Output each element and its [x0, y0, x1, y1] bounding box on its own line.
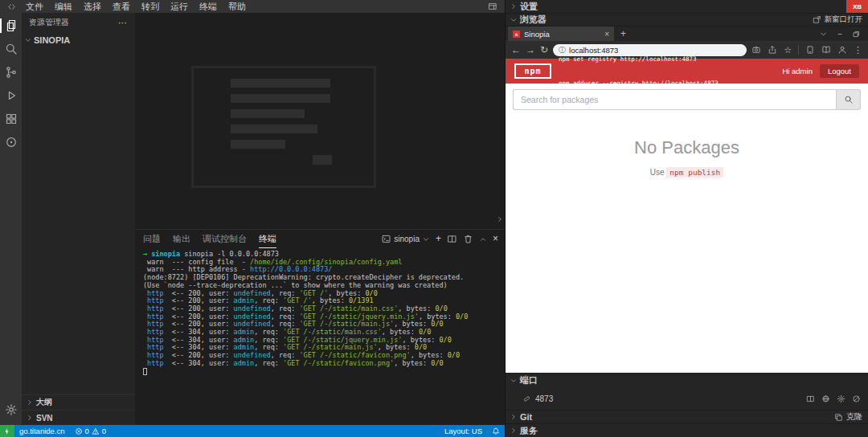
menu-item-file[interactable]: 文件	[20, 0, 49, 13]
open-new-window-button[interactable]: 新窗口打开	[813, 14, 868, 25]
more-menu-icon[interactable]: ⋮	[854, 45, 862, 55]
restore-window-icon[interactable]	[852, 30, 861, 39]
port-link-icon	[522, 394, 531, 403]
clone-icon	[834, 413, 843, 422]
ports-section-header[interactable]: 端口	[506, 373, 868, 387]
port-actions	[806, 394, 861, 403]
screenshot-icon[interactable]	[751, 45, 761, 55]
kill-terminal-icon[interactable]	[463, 234, 473, 244]
app-logo-icon	[6, 2, 18, 11]
problems-indicator[interactable]: 0 0	[70, 425, 112, 437]
browser-section-header[interactable]: 浏览器 新窗口打开	[506, 13, 868, 26]
run-debug-icon	[5, 89, 18, 102]
activity-item-settings[interactable]	[3, 402, 19, 417]
menu-item-view[interactable]: 查看	[107, 0, 136, 13]
browser-page: Search for packages No Packages Use npm …	[506, 84, 868, 373]
port-row[interactable]: 4873	[506, 387, 868, 410]
keyboard-layout-indicator[interactable]: Layout: US	[440, 425, 487, 437]
menu-item-selection[interactable]: 选择	[78, 0, 107, 13]
chevron-right-icon	[26, 398, 34, 406]
ide-left-region: 文件 编辑 选择 查看 转到 运行 终端 帮助	[0, 0, 505, 437]
open-new-window-icon	[813, 15, 821, 24]
refresh-button[interactable]: ↻	[540, 45, 548, 55]
empty-state-title: No Packages	[506, 137, 868, 158]
clone-button[interactable]: 克隆	[834, 411, 868, 423]
panel-tab-output[interactable]: 输出	[173, 230, 190, 248]
profile-icon[interactable]	[837, 45, 847, 55]
remote-host[interactable]: go.titanide.cn	[14, 425, 70, 437]
npm-banner: npm npm set registry http://localhost:48…	[506, 59, 868, 84]
more-actions-icon[interactable]: ⋯	[118, 18, 127, 28]
activity-item-source-control[interactable]	[3, 65, 19, 80]
git-section-header[interactable]: Git 克隆	[506, 410, 868, 423]
activity-item-explorer[interactable]	[3, 18, 19, 33]
menu-item-edit[interactable]: 编辑	[49, 0, 78, 13]
stop-forwarding-icon[interactable]	[852, 394, 861, 403]
menu-item-terminal[interactable]: 终端	[194, 0, 223, 13]
chevron-right-icon	[510, 2, 518, 10]
account-avatar[interactable]: XB	[846, 0, 868, 13]
editor-watermark	[191, 66, 376, 188]
activity-bar	[0, 13, 22, 425]
panel-tab-terminal[interactable]: 终端	[259, 230, 276, 248]
settings-section-header[interactable]: 设置 XB	[506, 0, 868, 13]
reading-list-icon[interactable]	[821, 45, 831, 55]
services-section-header[interactable]: 服务	[506, 423, 868, 437]
workbench: 资源管理器 ⋯ SINOPIA 大纲 SVN	[0, 13, 505, 425]
forward-button[interactable]: →	[526, 45, 535, 55]
panel-expand-icon[interactable]	[496, 215, 504, 223]
tree-item-sinopia[interactable]: SINOPIA	[22, 32, 135, 48]
new-terminal-button[interactable]: +	[436, 234, 441, 244]
tab-list-chevron-icon[interactable]	[819, 30, 828, 39]
activity-item-remote-explorer[interactable]	[3, 135, 19, 149]
share-icon[interactable]	[768, 45, 777, 55]
preview-in-editor-icon[interactable]	[806, 394, 815, 403]
notifications-bell[interactable]	[487, 425, 505, 437]
chevron-right-icon	[26, 414, 34, 422]
chevron-down-icon	[24, 36, 32, 44]
panel-tab-problems[interactable]: 问题	[143, 230, 161, 248]
chevron-down-icon	[510, 16, 518, 24]
terminal-profile-select[interactable]: sinopia	[381, 234, 430, 244]
menu-item-help[interactable]: 帮助	[223, 0, 252, 13]
open-in-browser-icon[interactable]	[821, 394, 830, 403]
circle-icon	[5, 136, 18, 149]
svn-section-header[interactable]: SVN	[22, 410, 135, 425]
status-bar: go.titanide.cn 0 0 Layout: US	[0, 425, 505, 437]
remote-indicator-icon[interactable]	[0, 425, 14, 437]
search-button[interactable]	[836, 89, 861, 110]
tab-close-icon[interactable]: ×	[604, 30, 609, 39]
terminal-output[interactable]: → sinopia sinopia -l 0.0.0.0:4873 warn -…	[135, 248, 505, 425]
bookmark-star-icon[interactable]: ☆	[784, 45, 792, 55]
editor-column: 问题 输出 调试控制台 终端 sinopia +	[135, 13, 505, 425]
lightning-icon	[3, 427, 11, 435]
panel-tab-debug-console[interactable]: 调试控制台	[203, 230, 247, 248]
outline-section-header[interactable]: 大纲	[22, 394, 135, 410]
auxiliary-panel: 设置 XB 浏览器 新窗口打开 n Sinopia × + −	[505, 0, 868, 437]
minimize-icon[interactable]: −	[837, 30, 842, 39]
activity-item-extensions[interactable]	[3, 112, 19, 126]
close-panel-icon[interactable]: ×	[493, 234, 498, 244]
package-search-input[interactable]: Search for packages	[513, 89, 836, 110]
npm-logo: npm	[514, 63, 551, 79]
menu-item-run[interactable]: 运行	[165, 0, 194, 13]
maximize-panel-icon[interactable]	[479, 235, 487, 243]
sidebar-bottom-sections: 大纲 SVN	[22, 394, 135, 425]
toolbar-divider	[798, 45, 799, 55]
menu-item-go[interactable]: 转到	[136, 0, 165, 13]
logout-button[interactable]: Logout	[820, 64, 859, 78]
new-tab-button[interactable]: +	[614, 28, 633, 39]
back-button[interactable]: ←	[511, 45, 521, 55]
panel-actions: sinopia + ×	[381, 234, 498, 244]
layout-customize-icon[interactable]	[488, 2, 497, 11]
port-settings-gear-icon[interactable]	[837, 394, 845, 403]
title-bar: 文件 编辑 选择 查看 转到 运行 终端 帮助	[0, 0, 505, 13]
device-icon[interactable]	[805, 45, 815, 55]
terminal-cursor	[143, 368, 147, 375]
panel-header: 问题 输出 调试控制台 终端 sinopia +	[135, 230, 505, 248]
activity-item-search[interactable]	[3, 42, 19, 56]
activity-item-run-debug[interactable]	[3, 88, 19, 103]
split-terminal-icon[interactable]	[447, 234, 457, 244]
ide-window: 文件 编辑 选择 查看 转到 运行 终端 帮助	[0, 0, 868, 437]
terminal-icon	[381, 234, 391, 244]
